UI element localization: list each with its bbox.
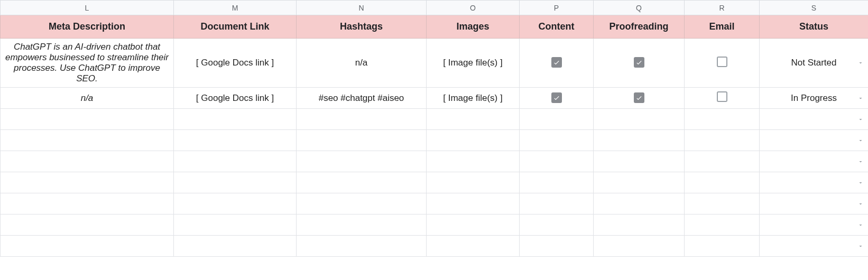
chevron-down-icon[interactable] [857,201,864,207]
proofreading-checkbox[interactable] [634,57,644,68]
column-letter[interactable]: S [760,1,869,15]
cell-status[interactable] [760,172,869,193]
cell-proofreading[interactable] [594,236,685,257]
cell-meta-description[interactable] [1,109,174,130]
column-letter[interactable]: L [1,1,174,15]
header-document-link[interactable]: Document Link [174,15,297,39]
cell-proofreading[interactable] [594,39,685,88]
cell-hashtags[interactable] [297,109,427,130]
cell-document-link[interactable] [174,193,297,214]
cell-document-link[interactable]: [ Google Docs link ] [174,88,297,109]
column-letter[interactable]: R [685,1,760,15]
cell-hashtags[interactable] [297,193,427,214]
cell-email[interactable] [685,193,760,214]
cell-hashtags[interactable] [297,172,427,193]
cell-email[interactable] [685,172,760,193]
column-letter[interactable]: O [427,1,520,15]
cell-document-link[interactable] [174,151,297,172]
cell-meta-description[interactable] [1,172,174,193]
cell-images[interactable]: [ Image file(s) ] [427,88,520,109]
cell-content[interactable] [520,214,594,236]
column-letter[interactable]: P [520,1,594,15]
cell-document-link[interactable] [174,130,297,151]
cell-content[interactable] [520,172,594,193]
content-checkbox[interactable] [551,57,562,68]
cell-hashtags[interactable] [297,151,427,172]
cell-document-link[interactable] [174,109,297,130]
cell-meta-description[interactable] [1,193,174,214]
cell-email[interactable] [685,130,760,151]
column-letter[interactable]: M [174,1,297,15]
cell-email[interactable] [685,236,760,257]
header-email[interactable]: Email [685,15,760,39]
cell-hashtags[interactable] [297,236,427,257]
header-proofreading[interactable]: Proofreading [594,15,685,39]
column-letter[interactable]: N [297,1,427,15]
chevron-down-icon[interactable] [857,60,864,66]
cell-images[interactable] [427,214,520,236]
content-checkbox[interactable] [551,92,562,103]
cell-images[interactable]: [ Image file(s) ] [427,39,520,88]
cell-images[interactable] [427,193,520,214]
cell-content[interactable] [520,151,594,172]
cell-content[interactable] [520,88,594,109]
cell-meta-description[interactable] [1,236,174,257]
proofreading-checkbox[interactable] [634,92,644,103]
cell-document-link[interactable] [174,214,297,236]
cell-document-link[interactable] [174,236,297,257]
header-meta-description[interactable]: Meta Description [1,15,174,39]
cell-document-link[interactable]: [ Google Docs link ] [174,39,297,88]
chevron-down-icon[interactable] [857,222,864,228]
cell-images[interactable] [427,130,520,151]
cell-hashtags[interactable]: #seo #chatgpt #aiseo [297,88,427,109]
cell-email[interactable] [685,151,760,172]
cell-status[interactable] [760,109,869,130]
cell-proofreading[interactable] [594,172,685,193]
chevron-down-icon[interactable] [857,116,864,123]
cell-images[interactable] [427,109,520,130]
cell-status[interactable] [760,151,869,172]
email-checkbox[interactable] [717,91,727,102]
cell-proofreading[interactable] [594,130,685,151]
chevron-down-icon[interactable] [857,180,864,186]
cell-content[interactable] [520,236,594,257]
cell-proofreading[interactable] [594,88,685,109]
cell-meta-description[interactable]: ChatGPT is an AI-driven chatbot that emp… [1,39,174,88]
cell-content[interactable] [520,193,594,214]
header-images[interactable]: Images [427,15,520,39]
column-letter[interactable]: Q [594,1,685,15]
cell-status[interactable] [760,130,869,151]
cell-proofreading[interactable] [594,214,685,236]
cell-content[interactable] [520,109,594,130]
chevron-down-icon[interactable] [857,95,864,101]
chevron-down-icon[interactable] [857,137,864,144]
cell-document-link[interactable] [174,172,297,193]
header-hashtags[interactable]: Hashtags [297,15,427,39]
cell-proofreading[interactable] [594,109,685,130]
cell-images[interactable] [427,236,520,257]
cell-status[interactable] [760,214,869,236]
cell-hashtags[interactable] [297,130,427,151]
cell-status[interactable] [760,193,869,214]
cell-content[interactable] [520,130,594,151]
cell-meta-description[interactable] [1,151,174,172]
header-status[interactable]: Status [760,15,869,39]
cell-hashtags[interactable] [297,214,427,236]
cell-email[interactable] [685,88,760,109]
cell-images[interactable] [427,151,520,172]
email-checkbox[interactable] [717,57,727,67]
cell-email[interactable] [685,214,760,236]
cell-content[interactable] [520,39,594,88]
cell-meta-description[interactable] [1,130,174,151]
cell-email[interactable] [685,39,760,88]
cell-status[interactable]: Not Started [760,39,869,88]
cell-meta-description[interactable]: n/a [1,88,174,109]
cell-proofreading[interactable] [594,193,685,214]
cell-email[interactable] [685,109,760,130]
cell-images[interactable] [427,172,520,193]
cell-meta-description[interactable] [1,214,174,236]
chevron-down-icon[interactable] [857,243,864,249]
chevron-down-icon[interactable] [857,158,864,165]
cell-proofreading[interactable] [594,151,685,172]
cell-hashtags[interactable]: n/a [297,39,427,88]
